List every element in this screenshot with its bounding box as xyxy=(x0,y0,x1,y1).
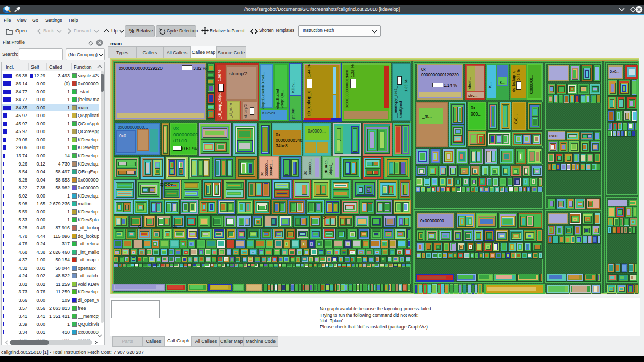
svg-text:_dl_name: _dl_name xyxy=(229,103,233,118)
svg-text:K...: K... xyxy=(488,82,492,88)
svg-text:0x000000000031d4e0: 0x000000000031d4e0 xyxy=(345,70,349,108)
svg-text:1.44 %: 1.44 % xyxy=(307,64,311,77)
svg-text:do_lookup_x: do_lookup_x xyxy=(512,71,516,92)
svg-text:0x: 0x xyxy=(260,172,264,176)
svg-text:000000...: 000000... xyxy=(264,160,269,176)
svg-text:0x0...: 0x0... xyxy=(119,133,130,138)
svg-text:_m...: _m... xyxy=(422,113,432,119)
svg-text:strcm...: strcm... xyxy=(468,77,471,89)
svg-text:QIODe...: QIODe... xyxy=(160,182,176,187)
svg-text:0x0000000000129220: 0x0000000000129220 xyxy=(119,65,163,71)
svg-text:KDevel...: KDevel... xyxy=(262,111,278,116)
svg-text:0000000000129220: 0000000000129220 xyxy=(421,73,459,77)
svg-text:0x: 0x xyxy=(303,171,308,175)
svg-text:0x: 0x xyxy=(421,67,426,72)
svg-text:KDev...: KDev... xyxy=(291,80,295,93)
svg-text:unaligned: unaligned xyxy=(398,101,403,118)
svg-text:object_...: object_... xyxy=(328,160,333,175)
svg-text:34be8: 34be8 xyxy=(276,143,288,149)
svg-text:000000...: 000000... xyxy=(308,159,312,175)
svg-text:1.14 %: 1.14 % xyxy=(444,83,457,88)
svg-text:strcmp'2: strcmp'2 xyxy=(244,104,248,118)
svg-text:00000000340: 00000000340 xyxy=(276,138,302,143)
svg-text:_dl_map_: _dl_map_ xyxy=(324,158,328,176)
svg-text:0x: 0x xyxy=(173,125,179,131)
svg-text:000...: 000... xyxy=(471,111,481,117)
svg-text:__memcpy_sse2_: __memcpy_sse2_ xyxy=(393,86,398,118)
svg-text:strc...: strc... xyxy=(468,93,477,98)
svg-text:0.61 %: 0.61 % xyxy=(182,146,197,151)
svg-text:1.96 %: 1.96 % xyxy=(217,69,222,81)
svg-text:0x...: 0x... xyxy=(173,224,181,229)
svg-text:3.82 %: 3.82 % xyxy=(193,65,207,71)
svg-text:Q...: Q... xyxy=(138,224,145,229)
svg-text:do_lookup_x: do_lookup_x xyxy=(306,91,311,116)
svg-text:0.43 %: 0.43 % xyxy=(517,69,520,80)
svg-text:0x0000...: 0x0000... xyxy=(308,128,326,134)
svg-text:000461...: 000461... xyxy=(269,160,273,176)
svg-text:0x0...: 0x0... xyxy=(513,114,518,124)
svg-text:0x000000...: 0x000000... xyxy=(529,75,533,94)
svg-text:_dl_map_object: _dl_map_object xyxy=(217,91,222,119)
svg-text:0x0...: 0x0... xyxy=(610,69,619,74)
svg-text:strcmp'2: strcmp'2 xyxy=(229,71,248,76)
svg-text:Q...: Q... xyxy=(321,212,326,219)
svg-text:0x: 0x xyxy=(276,132,281,137)
svg-text:d1b10: d1b10 xyxy=(173,138,187,143)
svg-text:p::Buc...: p::Buc... xyxy=(291,105,295,119)
svg-text:1.28 %: 1.28 % xyxy=(350,64,355,77)
svg-text:0x00...: 0x00... xyxy=(549,134,561,138)
svg-text:0...: 0... xyxy=(366,186,371,191)
svg-text:0x: 0x xyxy=(471,105,476,110)
svg-text:0x00000000...: 0x00000000... xyxy=(420,218,448,223)
svg-text:K...: K... xyxy=(500,80,505,85)
svg-text:1.39 %: 1.39 % xyxy=(404,79,408,92)
